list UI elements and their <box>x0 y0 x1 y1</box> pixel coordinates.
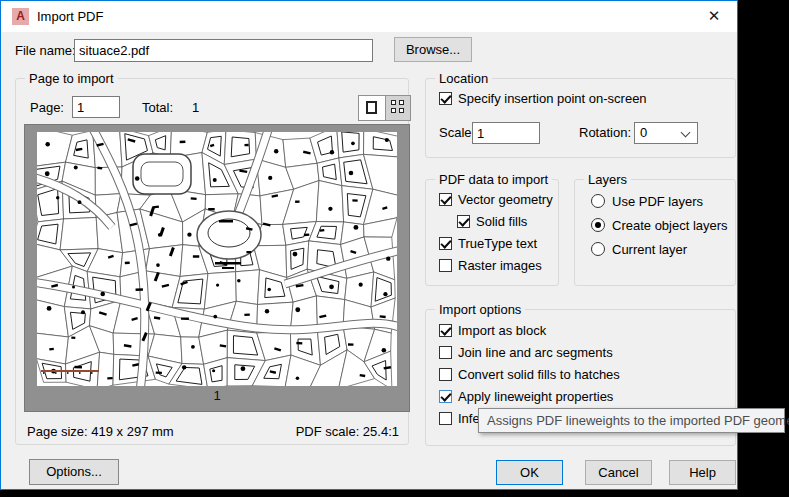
file-name-input[interactable] <box>74 39 373 62</box>
checkbox-label: Infe <box>458 412 480 426</box>
layers-group-title: Layers <box>584 172 631 187</box>
grid-icon <box>391 108 396 113</box>
checkbox-label: Specify insertion point on-screen <box>458 92 647 106</box>
checkbox-box[interactable] <box>439 390 452 403</box>
grid-icon <box>399 100 404 105</box>
checkbox-box[interactable] <box>439 346 452 359</box>
preview-page-number: 1 <box>25 388 409 403</box>
thumbnail-grid-view-button[interactable] <box>385 96 410 120</box>
radio-circle[interactable] <box>591 194 605 208</box>
radio-label: Use PDF layers <box>612 194 703 209</box>
page-label: Page: <box>30 100 64 115</box>
title-bar[interactable]: A Import PDF ✕ <box>1 1 737 32</box>
checkbox-box[interactable] <box>439 412 452 425</box>
checkbox-label: Raster images <box>458 259 542 273</box>
pdf-scale-text: PDF scale: 25.4:1 <box>296 424 399 439</box>
checkbox-box[interactable] <box>457 215 470 228</box>
ok-button[interactable]: OK <box>496 460 563 485</box>
chevron-down-icon <box>681 128 691 138</box>
rotation-dropdown[interactable]: 0 <box>634 122 698 144</box>
page-group-title: Page to import <box>25 71 118 86</box>
checkbox-box[interactable] <box>439 237 452 250</box>
file-name-label: File name: <box>15 43 76 58</box>
autocad-logo-icon: A <box>12 8 29 25</box>
radio-label: Current layer <box>612 242 687 257</box>
rotation-label: Rotation: <box>579 125 631 140</box>
total-label: Total: <box>142 100 173 115</box>
scale-label: Scale: <box>439 125 475 140</box>
grid-icon <box>391 100 396 105</box>
total-value: 1 <box>192 100 199 115</box>
page-number-input[interactable] <box>72 96 120 118</box>
cancel-button[interactable]: Cancel <box>585 460 652 485</box>
pdf-page-preview-frame[interactable]: 1 <box>24 124 410 412</box>
location-group-title: Location <box>435 71 492 86</box>
grid-icon <box>399 108 404 113</box>
page-to-import-group: Page to import Page: Total: 1 1 <box>15 78 409 445</box>
location-group: Location Specify insertion point on-scre… <box>425 78 736 158</box>
radio-circle[interactable] <box>591 218 605 232</box>
radio-circle[interactable] <box>591 242 605 256</box>
rotation-value: 0 <box>640 123 647 143</box>
options-button[interactable]: Options... <box>29 459 119 485</box>
single-page-view-button[interactable] <box>359 96 385 120</box>
layers-group: Layers Use PDF layers Create object laye… <box>574 179 736 286</box>
autocad-canvas-background: A Import PDF ✕ File name: Browse... Page… <box>0 0 789 497</box>
checkbox-label: TrueType text <box>458 237 537 251</box>
tooltip: Assigns PDF lineweights to the imported … <box>478 408 785 433</box>
pdf-page-preview-map <box>37 132 397 386</box>
page-size-text: Page size: 419 x 297 mm <box>27 424 174 439</box>
checkbox-box[interactable] <box>439 92 452 105</box>
checkbox-label: Convert solid fills to hatches <box>458 368 620 382</box>
view-toggle-group <box>358 95 411 121</box>
help-button[interactable]: Help <box>669 460 736 485</box>
checkbox-box[interactable] <box>439 193 452 206</box>
browse-button[interactable]: Browse... <box>394 37 472 62</box>
checkbox-label: Vector geometry <box>458 193 553 207</box>
checkbox-label: Apply lineweight properties <box>458 390 613 404</box>
close-icon[interactable]: ✕ <box>691 1 737 31</box>
checkbox-box[interactable] <box>439 324 452 337</box>
single-page-icon <box>366 101 377 114</box>
pdf-data-group: PDF data to import Vector geometry Solid… <box>425 179 559 286</box>
checkbox-label: Join line and arc segments <box>458 346 613 360</box>
checkbox-label: Solid fills <box>476 215 527 229</box>
checkbox-box[interactable] <box>439 259 452 272</box>
checkbox-label: Import as block <box>458 324 546 338</box>
dialog-title: Import PDF <box>37 1 103 32</box>
scale-input[interactable] <box>472 122 540 144</box>
radio-label: Create object layers <box>612 218 728 233</box>
pdf-data-group-title: PDF data to import <box>435 172 552 187</box>
import-options-group-title: Import options <box>435 302 525 317</box>
checkbox-box[interactable] <box>439 368 452 381</box>
